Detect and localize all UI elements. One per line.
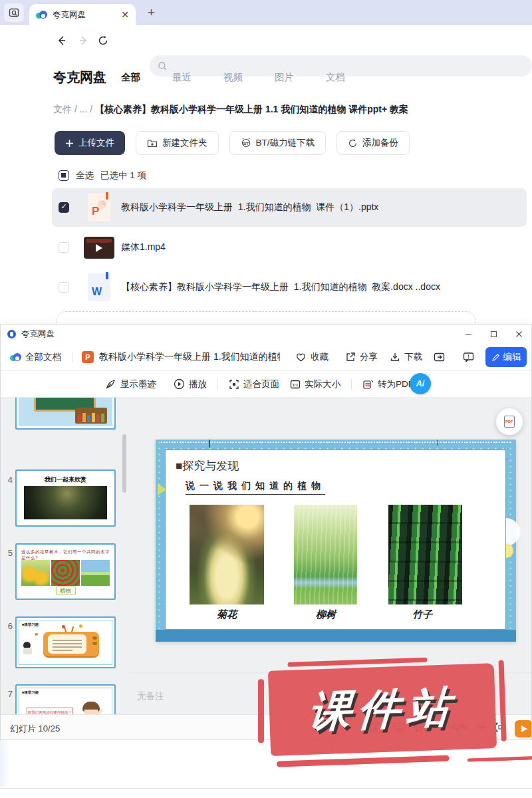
- browser-tab[interactable]: 夸克网盘 ✕: [29, 4, 136, 25]
- viewer-tools-toolbar: 显示墨迹 播放 适合页面 1:1 实际大小 PDF 转为PDF Ai: [1, 371, 531, 398]
- bamboo-photo: [388, 505, 462, 604]
- favorite-button[interactable]: 收藏: [295, 351, 329, 363]
- tab-image[interactable]: 图片: [275, 71, 294, 84]
- file-action-buttons: 上传文件 新建文件夹 BT BT/磁力链下载 添加备份: [55, 131, 410, 155]
- category-tabs: 全部 最近 视频 图片 文档: [121, 71, 345, 84]
- plant-label-bamboo: 竹子: [385, 608, 460, 621]
- tab-title: 夸克网盘: [53, 9, 116, 21]
- close-button[interactable]: [506, 325, 531, 343]
- slide-thumbnail-6[interactable]: ■课堂习题: [15, 616, 116, 668]
- file-checkbox[interactable]: [59, 242, 69, 253]
- feedback-button[interactable]: [463, 352, 474, 362]
- willow-photo: [294, 505, 357, 604]
- save-to-drive-button[interactable]: [434, 352, 445, 362]
- thumbnail-scrollbar[interactable]: [122, 434, 126, 493]
- quark-app-icon: [7, 330, 16, 338]
- folder-plus-icon: [147, 138, 158, 148]
- file-name[interactable]: 教科版小学科学一年级上册 1.我们知道的植物 课件（1）.pptx: [121, 201, 378, 213]
- page-search-icon: [9, 7, 19, 18]
- ppt-doc-icon: P: [82, 351, 94, 363]
- search-icon: [158, 61, 168, 71]
- file-name[interactable]: 媒体1.mp4: [121, 241, 166, 253]
- workspace-search-button[interactable]: [4, 3, 24, 22]
- thumb-number-5: 5: [2, 548, 13, 558]
- slide-subtitle: 说一说我们知道的植物: [186, 480, 325, 495]
- file-name[interactable]: 【核心素养】教科版小学科学一年级上册 1.我们知道的植物 教案.docx ..d…: [121, 281, 440, 293]
- download-button[interactable]: 下载: [390, 351, 422, 363]
- bt-magnet-download-button[interactable]: BT BT/磁力链下载: [229, 131, 327, 155]
- breadcrumb-ellipsis[interactable]: ...: [80, 104, 88, 114]
- fit-page-button[interactable]: 适合页面: [229, 378, 279, 390]
- viewer-main-toolbar: 全部文档 P 教科版小学科学一年级上册 1.我们知道的植物 收藏 分享 下载 编…: [1, 343, 531, 371]
- forward-button[interactable]: [77, 35, 89, 47]
- slide-thumbnail-4[interactable]: 我们一起来欣赏: [15, 469, 116, 527]
- maximize-button[interactable]: [481, 325, 506, 343]
- app-brand-title: 夸克网盘: [53, 68, 106, 86]
- file-checkbox[interactable]: [59, 282, 69, 293]
- feedback-icon: [463, 352, 474, 362]
- show-ink-button[interactable]: 显示墨迹: [105, 378, 156, 390]
- play-slideshow-button[interactable]: 播放: [174, 378, 207, 390]
- back-button[interactable]: [56, 35, 68, 47]
- tab-close-icon[interactable]: ✕: [121, 10, 129, 19]
- new-tab-button[interactable]: +: [148, 5, 155, 20]
- breadcrumb: 文件 / ... / 【核心素养】教科版小学科学一年级上册 1.1 我们知道的植…: [53, 104, 519, 116]
- ai-assistant-button[interactable]: Ai: [410, 373, 431, 394]
- download-icon: [390, 352, 400, 362]
- file-row-pptx[interactable]: 教科版小学科学一年级上册 1.我们知道的植物 课件（1）.pptx: [52, 188, 527, 227]
- slide-thumbnail-5[interactable]: 这么多的花草树木，它们有一个共同的名字是什么? 植物: [15, 543, 116, 600]
- svg-text:PDF: PDF: [365, 384, 370, 386]
- browser-nav-bar: [0, 25, 532, 57]
- file-row-mp4[interactable]: 媒体1.mp4: [52, 228, 527, 267]
- svg-text:BT: BT: [243, 142, 249, 146]
- selected-count-label: 已选中 1 项: [100, 170, 146, 182]
- new-folder-button[interactable]: 新建文件夹: [136, 131, 219, 155]
- floating-play-button[interactable]: [515, 720, 532, 737]
- tab-video[interactable]: 视频: [223, 71, 243, 84]
- breadcrumb-root[interactable]: 文件: [53, 104, 72, 114]
- courseware-site-stamp: 课件站: [268, 663, 497, 756]
- plant-label-willow: 柳树: [289, 608, 363, 621]
- file-row-docx[interactable]: 【核心素养】教科版小学科学一年级上册 1.我们知道的植物 教案.docx ..d…: [52, 268, 527, 307]
- thumb-number-4: 4: [2, 475, 13, 485]
- refresh-button[interactable]: [97, 35, 109, 47]
- share-button[interactable]: 分享: [345, 351, 378, 363]
- edit-button[interactable]: 编辑: [485, 347, 527, 367]
- plus-icon: [65, 139, 74, 148]
- tv-graphic: [43, 632, 98, 656]
- bottom-divider: [0, 788, 532, 789]
- tab-recent[interactable]: 最近: [172, 71, 192, 84]
- pdf-icon: [504, 416, 515, 428]
- pdf-convert-icon: PDF: [362, 379, 374, 390]
- convert-to-pdf-button[interactable]: PDF 转为PDF: [362, 378, 414, 390]
- minimize-button[interactable]: [456, 325, 481, 343]
- tab-doc[interactable]: 文档: [326, 71, 345, 84]
- slide-canvas: ■探究与发现 说一说我们知道的植物 菊花 柳树 竹子: [165, 450, 506, 630]
- viewer-window-title: 夸克网盘: [21, 329, 55, 340]
- notes-placeholder: 无备注: [137, 690, 164, 702]
- upload-file-button[interactable]: 上传文件: [55, 131, 125, 155]
- file-checkbox-checked[interactable]: [59, 202, 69, 213]
- video-thumbnail-icon: [84, 237, 114, 259]
- actual-size-button[interactable]: 1:1 实际大小: [290, 378, 340, 390]
- boy-graphic: [80, 702, 102, 714]
- slide-thumbnail-3[interactable]: 新课导入: [15, 398, 116, 430]
- forest-photo: [24, 486, 106, 519]
- quark-cloud-favicon: [36, 11, 47, 19]
- bt-magnet-icon: BT: [241, 138, 251, 148]
- select-all-checkbox[interactable]: [59, 170, 69, 181]
- slide-thumbnail-7[interactable]: ■课堂习题 那我们周围还有哪些植物？: [15, 684, 116, 714]
- actual-size-icon: 1:1: [290, 379, 301, 390]
- selection-row: 全选 已选中 1 项: [59, 170, 146, 182]
- viewer-title-bar: 夸克网盘: [1, 325, 531, 343]
- current-slide[interactable]: ★ ■探究与发现 说一说我们知道的植物 菊花 柳树 竹子: [156, 440, 516, 642]
- slide-section-title: ■探究与发现: [176, 458, 239, 473]
- tab-all[interactable]: 全部: [121, 71, 140, 84]
- dashed-panel-edge: [57, 311, 475, 324]
- add-backup-button[interactable]: 添加备份: [336, 131, 410, 155]
- browser-window: 夸克网盘 ✕ + 夸克网盘 全部 最近 视频 图片 文档 文件 / ... / …: [0, 0, 532, 324]
- ink-pen-icon: [105, 379, 116, 390]
- pdf-convert-fab[interactable]: [496, 408, 523, 435]
- all-docs-button[interactable]: 全部文档: [10, 351, 61, 363]
- sync-icon: [348, 138, 358, 148]
